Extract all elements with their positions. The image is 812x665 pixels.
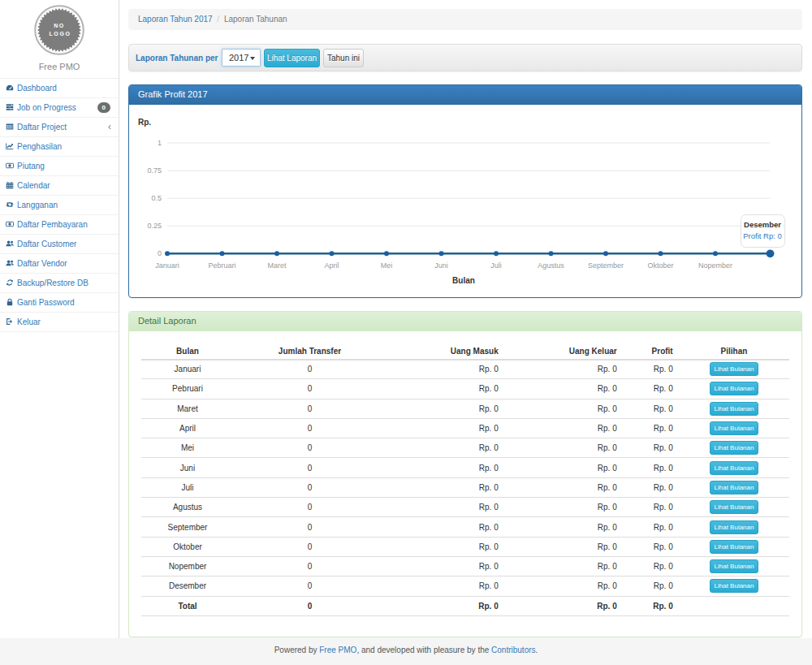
svg-text:Juni: Juni bbox=[434, 261, 448, 270]
svg-text:Agustus: Agustus bbox=[538, 261, 564, 270]
svg-text:NO: NO bbox=[54, 23, 65, 28]
svg-text:1: 1 bbox=[158, 139, 162, 147]
svg-text:Nopember: Nopember bbox=[698, 261, 732, 270]
svg-text:0.75: 0.75 bbox=[147, 166, 162, 175]
svg-text:Desember: Desember bbox=[744, 220, 781, 229]
svg-text:0.5: 0.5 bbox=[151, 194, 162, 202]
svg-text:Pebruari: Pebruari bbox=[208, 261, 235, 270]
svg-text:Oktober: Oktober bbox=[647, 261, 673, 270]
svg-text:LOGO: LOGO bbox=[49, 31, 71, 37]
svg-text:Maret: Maret bbox=[267, 261, 287, 270]
svg-text:Bulan: Bulan bbox=[452, 276, 475, 285]
svg-text:0: 0 bbox=[158, 249, 162, 257]
svg-text:September: September bbox=[588, 261, 624, 270]
svg-text:Mei: Mei bbox=[381, 261, 393, 270]
svg-text:Profit Rp: 0: Profit Rp: 0 bbox=[743, 231, 782, 240]
svg-text:0.25: 0.25 bbox=[147, 222, 162, 230]
svg-text:April: April bbox=[324, 261, 339, 270]
svg-text:Rp.: Rp. bbox=[138, 118, 151, 127]
svg-text:Juli: Juli bbox=[490, 261, 502, 270]
svg-text:Januari: Januari bbox=[155, 261, 179, 270]
